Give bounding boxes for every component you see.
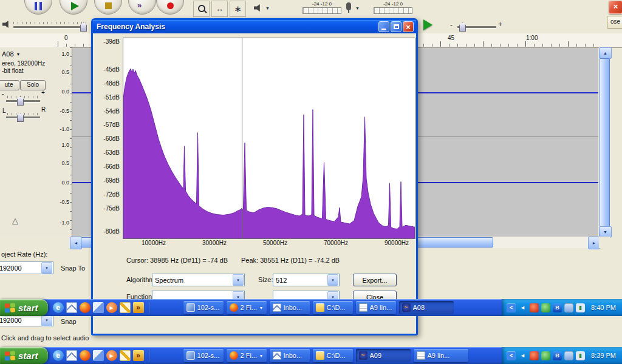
media-player-icon[interactable]: ▸: [106, 302, 117, 313]
show-desktop-icon[interactable]: [93, 350, 104, 361]
y-axis-tick-label: -72dB: [93, 191, 120, 198]
collapse-chevron-icon[interactable]: <: [507, 303, 516, 312]
network-icon[interactable]: [564, 303, 573, 312]
show-desktop-icon[interactable]: [93, 302, 104, 313]
antivirus-icon[interactable]: [530, 351, 539, 360]
output-meter[interactable]: -24 -12 0: [302, 1, 341, 14]
ie-icon[interactable]: e: [53, 302, 64, 313]
taskbar-button[interactable]: 2 Fi...▼: [227, 349, 267, 362]
taskbar-button[interactable]: Inbo...: [270, 349, 310, 362]
taskbar-button[interactable]: 102-s...: [183, 301, 224, 314]
notepad-icon: [417, 351, 425, 360]
messenger-icon[interactable]: [541, 303, 550, 312]
taskbar-button[interactable]: ~A09: [356, 349, 411, 362]
bluetooth-icon[interactable]: B: [553, 303, 562, 312]
vertical-scrollbar[interactable]: ▲ ▼: [599, 47, 610, 237]
taskbar-button[interactable]: C:\D...: [313, 301, 353, 314]
maximize-button[interactable]: [391, 21, 402, 32]
media-player-icon[interactable]: ▸: [106, 350, 117, 361]
spectrum-plot[interactable]: [123, 38, 415, 239]
taskbar-button[interactable]: A9 lin...: [414, 349, 468, 362]
clock[interactable]: 8:40 PM: [591, 304, 616, 311]
amplitude-label: 0.5: [58, 160, 69, 166]
export-button[interactable]: Export...: [353, 274, 397, 286]
partial-close-button[interactable]: ose: [607, 16, 622, 29]
taskbar-button[interactable]: 102-s...: [183, 349, 224, 362]
ie-icon[interactable]: e: [53, 350, 64, 361]
chevron-down-icon[interactable]: ▼: [265, 6, 270, 10]
vertical-scroll-thumb[interactable]: [600, 58, 610, 227]
output-slider-ticks: [13, 22, 86, 24]
speed-slider-thumb[interactable]: [459, 22, 466, 32]
vertical-ruler[interactable]: 1.00.50.0-0.5-1.01.00.50.0-0.5-1.0: [58, 47, 72, 237]
play-at-speed-button[interactable]: [423, 19, 432, 30]
launcher-icon[interactable]: »: [133, 350, 144, 361]
pencil-icon[interactable]: [120, 302, 131, 313]
volume-icon[interactable]: ◄: [518, 351, 527, 360]
battery-icon[interactable]: ▮: [576, 303, 585, 312]
zoom-tool-button[interactable]: [193, 1, 210, 17]
timeshift-tool-button[interactable]: ↔: [211, 1, 228, 17]
track-collapse-button[interactable]: △: [12, 216, 18, 225]
firefox-icon[interactable]: [80, 350, 91, 361]
taskbar-button[interactable]: C:\D...: [313, 349, 353, 362]
output-volume-slider[interactable]: [13, 26, 86, 28]
start-button[interactable]: start: [0, 347, 48, 364]
quick-launch-bar: e▸»: [48, 350, 149, 361]
pencil-icon[interactable]: [120, 350, 131, 361]
multi-tool-button[interactable]: ∗: [230, 1, 246, 17]
scroll-right-button[interactable]: ►: [588, 237, 600, 249]
volume-icon[interactable]: ◄: [518, 303, 527, 312]
firefox-icon[interactable]: [80, 302, 91, 313]
gain-minus-label: -: [2, 90, 4, 97]
gain-slider-ticks: [7, 96, 39, 98]
taskbar-button[interactable]: ~A08: [399, 301, 454, 314]
stop-button[interactable]: [94, 0, 122, 15]
close-button[interactable]: ×: [403, 21, 414, 32]
play-button[interactable]: [60, 0, 87, 15]
cursor-line: [242, 38, 242, 238]
messenger-icon[interactable]: [541, 351, 550, 360]
input-meter[interactable]: -24 -12 0: [374, 1, 412, 14]
network-icon[interactable]: [564, 351, 573, 360]
arrow-right-icon: ►: [592, 241, 596, 245]
project-rate-select[interactable]: 192000 ▼: [0, 314, 53, 326]
record-button[interactable]: [156, 0, 184, 15]
output-speaker-icon: [254, 4, 262, 12]
algorithm-select[interactable]: Spectrum ▼: [152, 274, 245, 286]
y-axis-tick-label: -69dB: [93, 177, 120, 184]
collapse-chevron-icon[interactable]: <: [507, 351, 516, 360]
chevron-down-icon: ▼: [41, 315, 52, 326]
scroll-left-button[interactable]: ◄: [70, 237, 82, 249]
track-title-menu[interactable]: A08 ▼: [2, 50, 54, 58]
mail-icon[interactable]: [66, 302, 77, 313]
chevron-down-icon[interactable]: ▼: [355, 6, 360, 10]
clock[interactable]: 8:39 PM: [591, 352, 616, 359]
minimize-button[interactable]: [378, 21, 389, 32]
taskbar-button[interactable]: 2 Fi...▼: [227, 301, 267, 314]
battery-icon[interactable]: ▮: [576, 351, 585, 360]
y-axis-tick-label: -51dB: [93, 94, 120, 101]
size-select[interactable]: 512 ▼: [273, 274, 340, 286]
taskbar-button[interactable]: Inbo...: [270, 301, 310, 314]
mute-button[interactable]: ute: [0, 80, 19, 90]
taskbar-button-label: A08: [413, 304, 451, 311]
taskbar-button-label: Inbo...: [284, 304, 307, 311]
antivirus-icon[interactable]: [530, 303, 539, 312]
taskbar-button[interactable]: A9 lin...: [356, 301, 396, 314]
dialog-titlebar[interactable]: Frequency Analysis ×: [93, 20, 416, 33]
start-button[interactable]: start: [0, 299, 48, 316]
mail-icon[interactable]: [66, 350, 77, 361]
taskbar-button-label: 102-s...: [197, 352, 220, 359]
audacity-icon: ~: [402, 303, 411, 312]
project-rate-select[interactable]: 192000 ▼: [0, 261, 53, 274]
skip-end-button[interactable]: »: [128, 0, 156, 15]
notepad-icon: [359, 303, 367, 312]
launcher-icon[interactable]: »: [133, 302, 144, 313]
scroll-up-button[interactable]: ▲: [599, 47, 612, 59]
app-close-button[interactable]: ×: [609, 1, 622, 14]
pause-button[interactable]: [24, 0, 52, 15]
bluetooth-icon[interactable]: B: [553, 351, 562, 360]
left-right-arrow-icon: ↔: [216, 4, 224, 13]
y-axis-tick-label: -63dB: [93, 149, 120, 156]
